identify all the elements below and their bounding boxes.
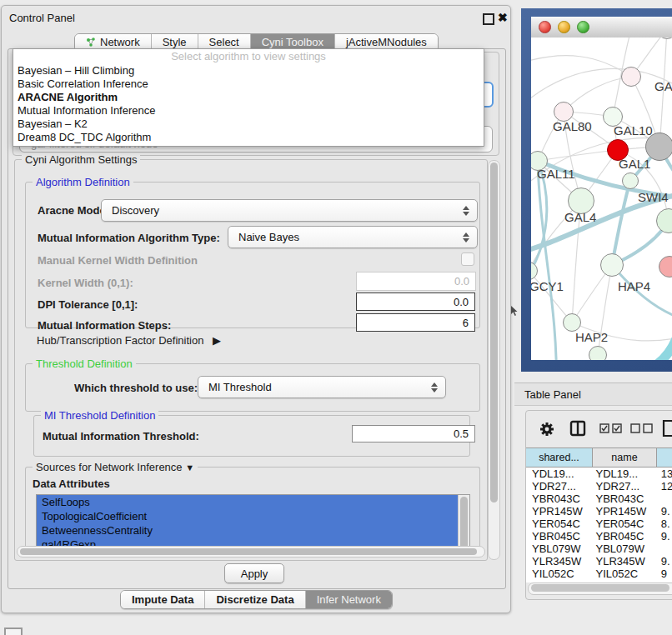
sources-title[interactable]: Sources for Network Inference ▼ [33,461,198,473]
mi-type-value: Naive Bayes [228,231,462,243]
dpi-tolerance-field[interactable]: 0.0 [356,292,475,311]
tab-impute-data-label: Impute Data [132,591,193,608]
cell: YLR345W [526,555,589,568]
expand-right-icon[interactable]: ▶ [213,334,221,347]
table-row[interactable]: YLR345WYLR345W9. [526,555,672,568]
list-vertical-scrollbar[interactable] [458,495,469,553]
control-panel-window: Control Panel ✖ Network Style Select Cyn… [1,5,511,613]
thick-teal-edge [644,317,672,360]
settings-vertical-scrollbar[interactable] [488,160,500,560]
columns-icon[interactable] [569,420,586,437]
hub-definition-toggle[interactable]: Hub/Transcription Factor Definition ▶ [37,334,221,347]
table-row[interactable]: YPR145WYPR145W9. [526,505,672,518]
table-rows: YDL19...YDL19...13 YDR27...YDR27...12 YB… [526,468,672,582]
table-row[interactable]: YBL079WYBL079W [526,542,672,555]
node-gal-pink[interactable] [621,67,641,87]
aracne-mode-combo[interactable]: Discovery [101,199,478,222]
table-hscrollbar-thumb[interactable] [531,584,669,592]
mi-steps-field[interactable]: 6 [356,313,475,332]
table-row[interactable]: YBR045CYBR045C9. [526,530,672,542]
table-horizontal-scrollbar[interactable] [528,582,672,595]
column-header-shared[interactable]: shared... [526,448,593,468]
cell: YIL052C [589,568,654,580]
popup-item-dream8[interactable]: Dream8 DC_TDC Algorithm [13,131,484,144]
unchecked-boxes-icon[interactable] [630,423,654,433]
list-item-betweennesscentrality[interactable]: BetweennessCentrality [37,523,458,538]
list-item-selfloops[interactable]: SelfLoops [37,495,458,509]
table-row[interactable]: YDL19...YDL19...13 [526,468,672,480]
table-panel-body: shared... name YDL19...YDL19...13 YDR27.… [525,410,672,600]
close-window-icon[interactable] [539,21,551,33]
cyni-algorithm-settings-title: Cyni Algorithm Settings [22,153,140,166]
cell: YER054C [526,518,589,530]
popup-item-bayesian-hill[interactable]: Bayesian – Hill Climbing [13,64,484,78]
cell: 8. [655,518,672,530]
minimize-window-icon[interactable] [558,21,570,33]
sources-title-text: Sources for Network Inference [36,461,183,473]
mi-threshold-label: Mutual Information Threshold: [43,430,199,442]
settings-horizontal-scrollbar[interactable] [17,546,485,558]
popup-item-aracne[interactable]: ARACNE Algorithm [13,91,484,104]
mi-threshold-field[interactable]: 0.5 [352,425,475,442]
cell: 9. [655,555,672,568]
tab-infer-network[interactable]: Infer Network [306,591,392,608]
node-bottom-green[interactable] [589,346,607,360]
node-label: GAL4 [564,210,596,224]
list-scrollbar-thumb[interactable] [460,497,468,552]
cell: YLR345W [589,555,654,568]
column-header-name[interactable]: name [593,448,657,468]
tab-discretize-data[interactable]: Discretize Data [205,591,305,608]
settings-vscrollbar-thumb[interactable] [490,162,498,502]
table-row[interactable]: YER054CYER054C8. [526,518,672,530]
table-toolbar [526,411,672,448]
popup-item-mutual-information[interactable]: Mutual Information Inference [13,104,484,118]
combo-spinner-icon [430,382,438,392]
node-hap2[interactable] [563,313,581,332]
mouse-cursor-icon [510,305,519,317]
minimized-panel-icon[interactable] [4,628,23,635]
cell [655,542,672,555]
column-header-partial[interactable] [657,448,672,468]
apply-button[interactable]: Apply [224,563,284,583]
algorithm-definition-title: Algorithm Definition [33,176,133,188]
aracne-mode-label: Aracne Mode: [38,204,109,217]
close-panel-icon[interactable]: ✖ [498,12,508,23]
cell: YBR043C [526,492,589,505]
control-panel-title: Control Panel [9,12,75,24]
zoom-window-icon[interactable] [577,21,589,33]
network-canvas[interactable]: GAL GAL80 GAL10 GAL1 GAL11 SWI4 GAL4 GCY… [531,38,672,360]
node-label: GAL [654,79,672,93]
popup-item-bayesian-k2[interactable]: Bayesian – K2 [13,118,484,131]
network-view-window: GAL GAL80 GAL10 GAL1 GAL11 SWI4 GAL4 GCY… [521,8,672,372]
data-attributes-label: Data Attributes [33,478,110,490]
kernel-width-label: Kernel Width (0,1): [38,277,133,289]
collapse-down-icon[interactable]: ▼ [185,462,194,472]
table-row[interactable]: YIL052CYIL052C9 [526,568,672,580]
which-threshold-combo[interactable]: MI Threshold [198,376,446,398]
document-icon[interactable] [662,419,672,438]
popup-item-basic-correlation[interactable]: Basic Correlation Inference [13,78,484,91]
tab-impute-data[interactable]: Impute Data [121,591,205,608]
checked-boxes-icon[interactable] [599,423,623,433]
table-row[interactable]: YBR043CYBR043C [526,492,672,505]
cell: 12 [655,480,672,492]
settings-hscrollbar-thumb[interactable] [20,548,477,555]
float-panel-icon[interactable] [483,13,494,25]
table-row[interactable]: YDR27...YDR27...12 [526,480,672,492]
cell: YPR145W [526,505,589,518]
list-item-topologicalcoefficient[interactable]: TopologicalCoefficient [37,509,458,523]
gear-icon[interactable] [539,421,555,438]
bottom-tabs: Impute Data Discretize Data Infer Networ… [120,590,393,609]
network-icon [86,38,96,48]
mi-type-combo[interactable]: Naive Bayes [228,226,478,248]
desktop: Control Panel ✖ Network Style Select Cyn… [0,0,672,635]
network-window-titlebar[interactable] [531,17,672,38]
kernel-width-field[interactable]: 0.0 [356,272,476,291]
node-swi4[interactable] [622,172,639,189]
node-label: GAL1 [619,157,650,171]
table-panel-header: Table Panel [514,382,672,406]
node-hap4[interactable] [600,253,624,277]
tab-infer-network-label: Infer Network [317,591,381,608]
manual-kernel-checkbox[interactable] [461,252,474,266]
node-label: HAP4 [618,279,650,293]
